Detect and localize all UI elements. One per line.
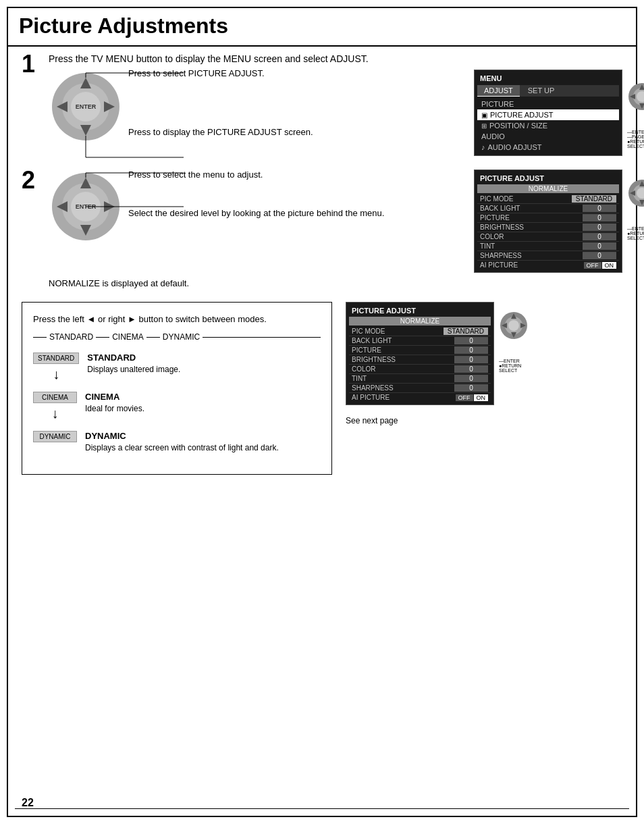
standard-badge: STANDARD	[33, 353, 79, 364]
dynamic-title: DYNAMIC	[85, 431, 321, 441]
dynamic-description: Displays a clear screen with contrast of…	[85, 442, 321, 454]
nav-dpad-step1	[627, 73, 644, 134]
step1-annotation1: Press to select PICTURE ADJUST.	[128, 68, 313, 80]
nav-dpad-step2	[627, 173, 644, 227]
pic-adjust-row-picture: PICTURE 0	[477, 213, 619, 223]
standard-badge-area: STANDARD ↓	[33, 353, 79, 382]
menu-tab-adjust: ADJUST	[477, 85, 520, 97]
step2-annotations: Press to select the menu to adjust. Sele…	[128, 170, 384, 219]
modes-box: Press the left ◄ or right ► button to sw…	[22, 302, 332, 475]
modes-row-backlight: BACK LIGHT 0	[349, 336, 491, 346]
standard-description: Displays unaltered image.	[87, 364, 321, 375]
pic-adjust-row-color: COLOR 0	[477, 232, 619, 242]
step1-annotation2: Press to display the PICTURE ADJUST scre…	[128, 127, 313, 138]
menu-row-audio: AUDIO	[477, 131, 619, 142]
mode-item-dynamic: DYNAMIC DYNAMIC Displays a clear screen …	[33, 431, 321, 454]
see-next-page: See next page	[346, 416, 398, 425]
modes-right: PICTURE ADJUST NORMALIZE PIC MODE STANDA…	[346, 302, 494, 475]
pic-adjust-normalize-modes: NORMALIZE	[349, 317, 491, 325]
cinema-badge-area: CINEMA ↓	[33, 392, 77, 421]
svg-text:ENTER: ENTER	[76, 103, 97, 110]
mode-item-standard: STANDARD ↓ STANDARD Displays unaltered i…	[33, 353, 321, 382]
step2-annotation2: Select the desired level by looking at t…	[128, 208, 384, 219]
menu-tab-setup: SET UP	[521, 85, 562, 97]
nav-controls-modes: —ENTER ●RETURN SELECT	[499, 305, 529, 373]
menu-title: MENU	[477, 73, 619, 84]
standard-mode-label: STANDARD	[47, 332, 96, 342]
cinema-mode-label: CINEMA	[109, 332, 146, 342]
page-container: Picture Adjustments 1 Press the TV MENU …	[7, 7, 637, 817]
arrow-down-1: ↓	[53, 367, 59, 382]
modes-row-tint: TINT 0	[349, 374, 491, 384]
modes-pic-adjust-area: PICTURE ADJUST NORMALIZE PIC MODE STANDA…	[346, 302, 494, 405]
step1-number: 1	[22, 50, 49, 78]
dynamic-mode-label: DYNAMIC	[160, 332, 203, 342]
nav-label-page: —PAGE	[627, 134, 644, 139]
modes-on-button: ON	[474, 394, 489, 401]
page-title: Picture Adjustments	[19, 14, 625, 38]
line-left	[33, 337, 47, 338]
arrow-down-2: ↓	[52, 406, 59, 421]
modes-row-sharpness: SHARPNESS 0	[349, 384, 491, 393]
line-right	[203, 337, 321, 338]
menu-row-picture-adjust: ▣ PICTURE ADJUST	[477, 109, 619, 120]
step2: 2 ENTER	[22, 170, 622, 288]
menu-tabs: ADJUST SET UP	[477, 85, 619, 97]
line-mid2	[146, 337, 160, 338]
line-mid1	[96, 337, 109, 338]
title-bar: Picture Adjustments	[8, 8, 636, 47]
menu-screen-step1: MENU ADJUST SET UP PICTURE ▣ PICTURE ADJ…	[474, 70, 622, 156]
menu-row-picture: PICTURE	[477, 99, 619, 109]
nav-label-select-s2: SELECT	[627, 236, 644, 240]
off-on-toggle: OFF ON	[584, 262, 617, 269]
cinema-desc: CINEMA Ideal for movies.	[85, 392, 321, 415]
audio-icon: ♪	[481, 143, 485, 151]
step1-menu-area: MENU ADJUST SET UP PICTURE ▣ PICTURE ADJ…	[474, 70, 622, 156]
step2-annotation1: Press to select the menu to adjust.	[128, 170, 384, 181]
menu-row-position: ⊞ POSITION / SIZE	[477, 120, 619, 131]
mode-item-cinema: CINEMA ↓ CINEMA Ideal for movies.	[33, 392, 321, 421]
picture-adjust-icon: ▣	[481, 111, 487, 119]
cinema-description: Ideal for movies.	[85, 403, 321, 415]
pic-adjust-row-sharpness: SHARPNESS 0	[477, 251, 619, 261]
nav-label-enter-s2: —ENTER	[627, 226, 644, 231]
pic-adjust-row-tint: TINT 0	[477, 242, 619, 251]
modes-off-on-toggle: OFF ON	[456, 394, 489, 401]
standard-title: STANDARD	[87, 353, 321, 363]
nav-label-return-s2: ●RETURN	[627, 231, 644, 236]
nav-dpad-modes	[499, 305, 529, 359]
svg-text:ENTER: ENTER	[76, 203, 97, 210]
dynamic-badge-area: DYNAMIC	[33, 431, 77, 442]
step2-body: ENTER Press to select the menu to adjust…	[49, 170, 622, 288]
dynamic-desc: DYNAMIC Displays a clear screen with con…	[85, 431, 321, 454]
pic-adjust-title-modes: PICTURE ADJUST	[349, 305, 491, 316]
pic-adjust-row-picmode: PIC MODE STANDARD	[477, 194, 619, 204]
step2-layout: ENTER Press to select the menu to adjust…	[49, 170, 622, 273]
pic-adjust-screen-modes: PICTURE ADJUST NORMALIZE PIC MODE STANDA…	[346, 302, 494, 405]
nav-label-enter: —ENTER	[627, 130, 644, 134]
on-button: ON	[602, 262, 617, 269]
page-number: 22	[22, 797, 34, 809]
step2-pic-adjust-area: PICTURE ADJUST NORMALIZE PIC MODE STANDA…	[474, 170, 622, 273]
dpad-step1: ENTER	[49, 70, 123, 144]
pic-adjust-title-step2: PICTURE ADJUST	[477, 173, 619, 184]
modes-nav-return: ●RETURN	[499, 363, 529, 368]
modes-nav-enter: —ENTER	[499, 359, 529, 363]
cinema-badge: CINEMA	[33, 392, 77, 403]
nav-label-return: ●RETURN	[627, 139, 644, 144]
modes-intro: Press the left ◄ or right ► button to sw…	[33, 313, 321, 325]
step1-body: Press the TV MENU button to display the …	[49, 53, 622, 156]
dpad-step2: ENTER	[49, 170, 123, 244]
footer-rule	[15, 808, 629, 809]
modes-row-color: COLOR 0	[349, 365, 491, 374]
pic-adjust-row-backlight: BACK LIGHT 0	[477, 204, 619, 213]
modes-nav-select: SELECT	[499, 368, 529, 373]
step1: 1 Press the TV MENU button to display th…	[22, 53, 622, 156]
off-button: OFF	[584, 262, 601, 269]
nav-controls-step2: —ENTER ●RETURN SELECT	[627, 173, 644, 240]
step1-instruction: Press the TV MENU button to display the …	[49, 53, 622, 64]
normalize-note: NORMALIZE is displayed at default.	[49, 278, 622, 288]
nav-label-select: SELECT	[627, 144, 644, 149]
dynamic-badge: DYNAMIC	[33, 431, 77, 442]
menu-row-audio-adjust: ♪ AUDIO ADJUST	[477, 142, 619, 153]
